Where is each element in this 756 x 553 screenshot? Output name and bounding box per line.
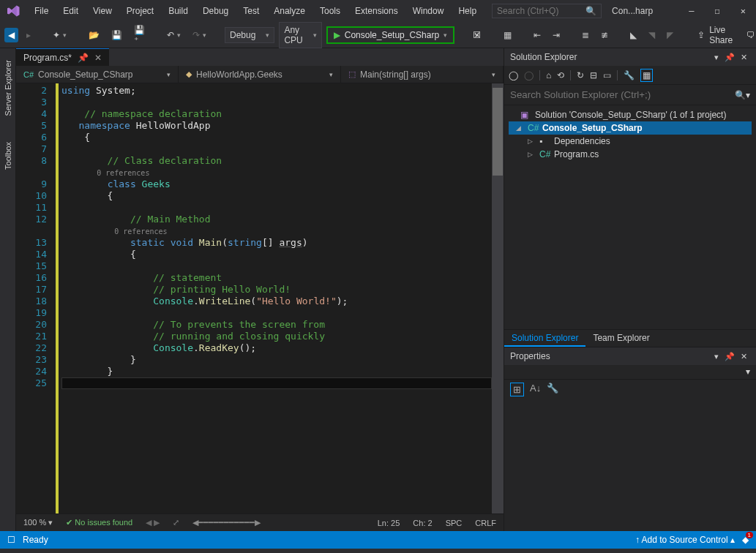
maximize-button[interactable]: ☐ (708, 1, 727, 20)
menu-view[interactable]: View (86, 3, 119, 19)
notifications-icon[interactable]: ◆1 (742, 535, 749, 545)
se-properties-icon[interactable]: 🔧 (624, 70, 635, 80)
props-dropdown-icon[interactable]: ▾ (746, 366, 750, 377)
nav-back-button[interactable]: ◀ (4, 28, 18, 42)
tab-solution-explorer[interactable]: Solution Explorer (504, 330, 585, 347)
se-sync-icon[interactable]: ⟲ (557, 70, 564, 80)
issues-indicator[interactable]: ✔ No issues found (66, 518, 132, 527)
redo-button[interactable]: ↷▾ (189, 28, 210, 42)
indent-mode[interactable]: SPC (446, 519, 463, 527)
menu-build[interactable]: Build (162, 3, 195, 19)
new-project-button[interactable]: ✦▾ (49, 28, 70, 42)
tb-indent-out-icon[interactable]: ⇤ (530, 28, 544, 42)
tb-icon-1[interactable]: 🗷 (469, 28, 485, 42)
menu-test[interactable]: Test (236, 3, 266, 19)
tree-dependencies[interactable]: ▷ ▪ Dependencies (509, 135, 752, 148)
menu-debug[interactable]: Debug (196, 3, 235, 19)
toolbox-tab[interactable]: Toolbox (1, 136, 15, 176)
platform-dropdown[interactable]: Any CPU▾ (279, 22, 321, 48)
expand-icon[interactable]: ▷ (528, 138, 535, 145)
code-content[interactable]: using System; // namespace declaration n… (61, 83, 492, 514)
config-dropdown[interactable]: Debug▾ (225, 27, 274, 43)
global-search[interactable]: 🔍 (492, 4, 602, 18)
panel-pin-icon[interactable]: 📌 (722, 53, 738, 62)
server-explorer-tab[interactable]: Server Explorer (1, 54, 15, 121)
se-showall-icon[interactable]: ▭ (603, 70, 611, 80)
undo-button[interactable]: ↶▾ (163, 28, 184, 42)
menu-tools[interactable]: Tools (313, 3, 347, 19)
se-search-input[interactable] (510, 89, 735, 100)
panel-close-icon[interactable]: ✕ (738, 352, 750, 361)
save-all-button[interactable]: 💾⁺ (130, 23, 149, 48)
props-body (504, 399, 756, 531)
menu-help[interactable]: Help (452, 3, 483, 19)
global-search-input[interactable] (497, 6, 570, 16)
title-bar: File Edit View Project Build Debug Test … (0, 0, 756, 22)
csproj-icon: C# (528, 123, 538, 133)
save-button[interactable]: 💾 (108, 28, 126, 42)
se-home-icon[interactable]: ⌂ (546, 70, 551, 80)
tree-project[interactable]: ◢ C# Console_Setup_CSharp (509, 121, 752, 135)
menu-edit[interactable]: Edit (56, 3, 85, 19)
crumb-namespace[interactable]: C# Console_Setup_CSharp▾ (16, 66, 179, 83)
menu-analyze[interactable]: Analyze (267, 3, 312, 19)
menu-extensions[interactable]: Extensions (348, 3, 405, 19)
editor-scrollbar[interactable] (492, 83, 504, 514)
se-search[interactable]: 🔍▾ (504, 85, 756, 105)
tb-bookmark-icon[interactable]: ◣ (626, 28, 640, 42)
se-collapse-icon[interactable]: ⊟ (590, 70, 597, 80)
se-refresh-icon[interactable]: ↻ (577, 70, 584, 80)
run-button[interactable]: ▶ Console_Setup_CSharp ▾ (326, 26, 454, 44)
eol-mode[interactable]: CRLF (475, 519, 496, 527)
panel-menu-icon[interactable]: ▾ (711, 53, 722, 62)
scroll-thumb[interactable] (493, 88, 503, 176)
expand-icon[interactable]: ◢ (516, 124, 523, 132)
menu-file[interactable]: File (28, 3, 55, 19)
props-sort-icon[interactable]: A↓ (530, 383, 541, 396)
tab-team-explorer[interactable]: Team Explorer (585, 330, 656, 347)
add-source-control[interactable]: ↑ Add to Source Control ▴ (635, 535, 735, 545)
crumb-class[interactable]: ◆ HelloWorldApp.Geeks▾ (179, 66, 341, 83)
crlf-toggle-icon[interactable]: ⤢ (173, 518, 179, 527)
panel-menu-icon[interactable]: ▾ (711, 352, 722, 361)
status-ready: Ready (23, 535, 48, 545)
se-preview-icon[interactable]: ▦ (640, 69, 653, 82)
code-editor[interactable]: 2345678910111213141516171819202122232425… (16, 83, 504, 514)
tab-close-icon[interactable]: ✕ (94, 53, 102, 63)
panel-close-icon[interactable]: ✕ (738, 53, 750, 62)
csharp-icon: C# (23, 70, 34, 79)
tb-icon-2[interactable]: ▦ (500, 28, 515, 42)
menu-window[interactable]: Window (406, 3, 451, 19)
cursor-line-label: Ln: 25 (378, 519, 400, 527)
status-app-icon[interactable]: ☐ (7, 535, 15, 545)
search-icon: 🔍 (585, 6, 596, 16)
right-panel: Solution Explorer ▾ 📌 ✕ ◯ ◯ ⌂ ⟲ ↻ ⊟ ▭ 🔧 … (504, 48, 756, 531)
file-tab-program[interactable]: Program.cs* 📌 ✕ (16, 48, 109, 66)
tb-comment-icon[interactable]: ≣ (578, 28, 593, 42)
tb-prev-bookmark-icon[interactable]: ◤ (663, 28, 677, 42)
tree-solution-root[interactable]: ▣ Solution 'Console_Setup_CSharp' (1 of … (509, 108, 752, 121)
se-toolbar: ◯ ◯ ⌂ ⟲ ↻ ⊟ ▭ 🔧 ▦ (504, 66, 756, 85)
pin-icon[interactable]: 📌 (78, 53, 89, 63)
se-fwd-icon[interactable]: ◯ (524, 70, 534, 80)
tb-uncomment-icon[interactable]: ≢ (597, 28, 612, 42)
tree-program-cs[interactable]: ▷ C# Program.cs (509, 148, 752, 161)
menu-project[interactable]: Project (120, 3, 160, 19)
se-back-icon[interactable]: ◯ (509, 70, 518, 80)
expand-icon[interactable]: ▷ (528, 151, 535, 158)
panel-pin-icon[interactable]: 📌 (722, 352, 738, 361)
main-toolbar: ◀ ▸ ✦▾ 📂 💾 💾⁺ ↶▾ ↷▾ Debug▾ Any CPU▾ ▶ Co… (0, 22, 756, 48)
props-categorize-icon[interactable]: ⊞ (510, 383, 524, 396)
props-wrench-icon[interactable]: 🔧 (547, 383, 558, 396)
live-share-button[interactable]: ⇪ Live Share (692, 22, 738, 48)
tb-indent-in-icon[interactable]: ⇥ (549, 28, 564, 42)
zoom-dropdown[interactable]: 100 % ▾ (23, 518, 53, 527)
close-button[interactable]: ✕ (733, 1, 753, 20)
open-file-button[interactable]: 📂 (85, 28, 103, 42)
tb-next-bookmark-icon[interactable]: ◥ (645, 28, 659, 42)
nav-fwd-button[interactable]: ▸ (23, 28, 34, 42)
error-nav-icon[interactable]: ◀ ▶ (146, 518, 160, 527)
feedback-icon[interactable]: 🗨 (743, 28, 756, 42)
minimize-button[interactable]: — (681, 1, 701, 20)
crumb-method[interactable]: ⬚ Main(string[] args)▾ (341, 66, 504, 83)
